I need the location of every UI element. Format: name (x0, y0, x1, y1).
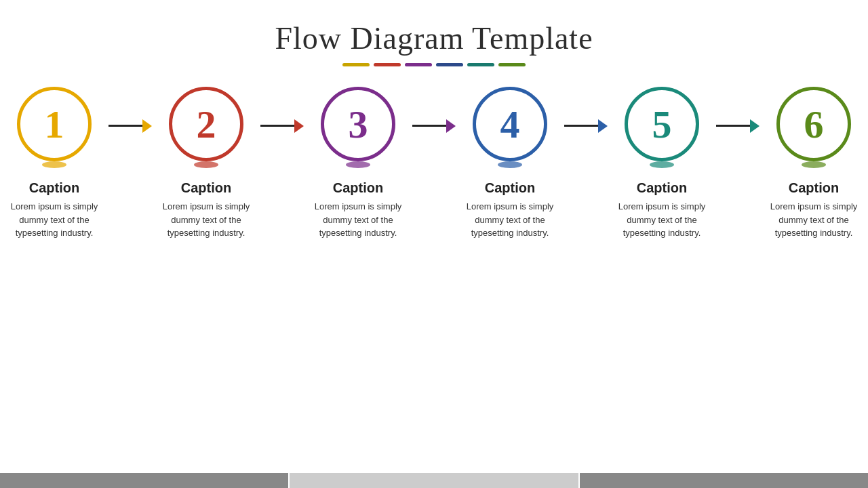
caption-text-3: Lorem ipsum is simply dummy text of the … (304, 200, 412, 240)
main-title: Flow Diagram Template (275, 20, 593, 56)
caption-title-5: Caption (608, 180, 716, 196)
title-section: Flow Diagram Template (275, 20, 593, 66)
caption-text-4: Lorem ipsum is simply dummy text of the … (456, 200, 564, 240)
pin-container-3: 3 (321, 87, 395, 168)
arrow-5 (716, 119, 760, 133)
step-circle-6: 6 (776, 87, 851, 161)
pin-shadow-1 (42, 161, 66, 168)
caption-text-5: Lorem ipsum is simply dummy text of the … (608, 200, 716, 240)
caption-section-5: CaptionLorem ipsum is simply dummy text … (608, 180, 716, 240)
bottom-bar (0, 473, 868, 488)
caption-title-3: Caption (304, 180, 412, 196)
color-bars (275, 63, 593, 66)
step-circle-2: 2 (169, 87, 243, 161)
arrow-line-3 (412, 125, 446, 127)
caption-section-1: CaptionLorem ipsum is simply dummy text … (0, 180, 108, 240)
step-item-2: 2CaptionLorem ipsum is simply dummy text… (152, 87, 260, 240)
caption-title-1: Caption (0, 180, 108, 196)
arrow-4 (564, 119, 608, 133)
step-number-5: 5 (652, 102, 672, 147)
caption-section-3: CaptionLorem ipsum is simply dummy text … (304, 180, 412, 240)
arrow-head-4 (598, 119, 608, 133)
pin-shadow-2 (194, 161, 218, 168)
caption-section-2: CaptionLorem ipsum is simply dummy text … (152, 180, 260, 240)
arrow-head-2 (294, 119, 304, 133)
caption-section-4: CaptionLorem ipsum is simply dummy text … (456, 180, 564, 240)
color-bar (467, 63, 494, 66)
arrow-1 (108, 119, 152, 133)
pin-shadow-4 (498, 161, 522, 168)
caption-section-6: CaptionLorem ipsum is simply dummy text … (760, 180, 868, 240)
step-circle-5: 5 (625, 87, 699, 161)
arrow-line-2 (260, 125, 294, 127)
step-item-6: 6CaptionLorem ipsum is simply dummy text… (760, 87, 868, 240)
caption-title-6: Caption (760, 180, 868, 196)
arrow-line-5 (716, 125, 750, 127)
pin-container-4: 4 (473, 87, 547, 168)
arrow-head-5 (750, 119, 760, 133)
color-bar (436, 63, 463, 66)
color-bar (342, 63, 370, 66)
step-item-1: 1CaptionLorem ipsum is simply dummy text… (0, 87, 108, 240)
color-bar (405, 63, 432, 66)
step-item-5: 5CaptionLorem ipsum is simply dummy text… (608, 87, 716, 240)
caption-text-2: Lorem ipsum is simply dummy text of the … (152, 200, 260, 240)
step-circle-3: 3 (321, 87, 395, 161)
step-number-6: 6 (804, 102, 824, 147)
step-number-4: 4 (500, 102, 520, 147)
step-number-3: 3 (349, 102, 368, 147)
step-item-4: 4CaptionLorem ipsum is simply dummy text… (456, 87, 564, 240)
arrow-2 (260, 119, 304, 133)
caption-text-1: Lorem ipsum is simply dummy text of the … (0, 200, 108, 240)
pin-shadow-5 (650, 161, 674, 168)
arrow-head-1 (142, 119, 152, 133)
caption-title-2: Caption (152, 180, 260, 196)
step-item-3: 3CaptionLorem ipsum is simply dummy text… (304, 87, 412, 240)
arrow-head-3 (446, 119, 456, 133)
pin-shadow-6 (802, 161, 826, 168)
slide: Flow Diagram Template 1CaptionLorem ipsu… (0, 0, 868, 488)
diagram-area: 1CaptionLorem ipsum is simply dummy text… (0, 87, 868, 240)
step-number-1: 1 (45, 102, 64, 147)
arrow-line-4 (564, 125, 598, 127)
pin-container-2: 2 (169, 87, 243, 168)
pin-shadow-3 (346, 161, 370, 168)
color-bar (374, 63, 401, 66)
arrow-line-1 (108, 125, 142, 127)
caption-title-4: Caption (456, 180, 564, 196)
step-circle-4: 4 (473, 87, 547, 161)
pin-container-1: 1 (17, 87, 92, 168)
step-number-2: 2 (197, 102, 216, 147)
pin-container-6: 6 (776, 87, 851, 168)
color-bar (498, 63, 526, 66)
caption-text-6: Lorem ipsum is simply dummy text of the … (760, 200, 868, 240)
step-circle-1: 1 (17, 87, 92, 161)
pin-container-5: 5 (625, 87, 699, 168)
arrow-3 (412, 119, 456, 133)
